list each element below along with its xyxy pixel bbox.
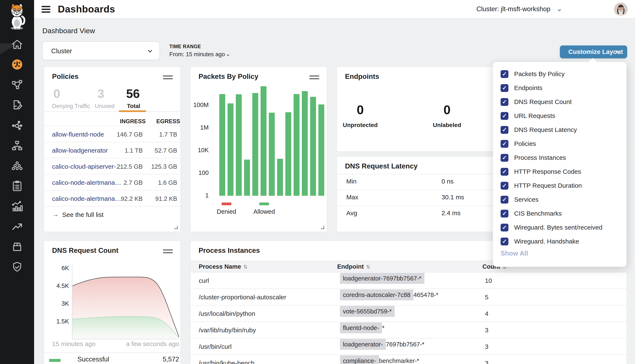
checkbox-checked-icon[interactable]: ✓: [501, 98, 508, 106]
checkbox-checked-icon[interactable]: ✓: [501, 224, 508, 232]
hamburger-menu-icon[interactable]: [42, 6, 50, 13]
section-label: Dashboard View: [42, 27, 95, 35]
endpoint-highlighted-text: fluentd-node-: [340, 322, 382, 333]
checkbox-checked-icon[interactable]: ✓: [501, 168, 508, 176]
customize-menu-item[interactable]: ✓Policies: [501, 140, 602, 148]
time-range-value[interactable]: From: 15 minutes ago: [169, 51, 228, 58]
sidebar-item-statistics[interactable]: [11, 200, 23, 213]
customize-menu-item[interactable]: ✓Endpoints: [501, 84, 602, 92]
policy-egress-value: 1.6 GB: [145, 179, 177, 186]
process-name: /var/lib/ruby/bin/ruby: [199, 326, 256, 334]
customize-menu-item[interactable]: ✓DNS Request Latency: [501, 126, 602, 134]
customize-menu-item-label: Packets By Policy: [514, 70, 564, 78]
process-row: /var/lib/ruby/bin/rubyfluentd-node-*3: [190, 322, 626, 338]
sidebar-item-image-assurance[interactable]: [11, 240, 23, 253]
checkbox-checked-icon[interactable]: ✓: [501, 70, 508, 78]
sidebar-item-security[interactable]: [11, 261, 23, 273]
policies-stat-total-value: 56: [126, 86, 140, 100]
sidebar-item-workloads[interactable]: [11, 160, 23, 172]
legend-allowed[interactable]: Allowed: [247, 202, 281, 215]
checkbox-checked-icon[interactable]: ✓: [501, 238, 508, 246]
resize-handle-icon[interactable]: [174, 226, 178, 229]
dropdown-notch: [589, 58, 597, 66]
endpoint-badge: loadgenerator-7697bb7567-*: [340, 275, 425, 282]
process-count: 3: [485, 360, 489, 364]
customize-menu-item[interactable]: ✓URL Requests: [501, 112, 602, 120]
sidebar-item-network-topology[interactable]: [11, 140, 23, 152]
cluster-switcher[interactable]: Cluster: jlt-msft-workshop: [477, 5, 560, 13]
policies-stat-denying-value: 0: [53, 86, 60, 100]
policies-table: allow-fluentd-node146.7 GB1.7 TBallow-lo…: [44, 126, 180, 206]
sidebar-item-compliance-reports[interactable]: [11, 180, 23, 192]
customize-menu-item[interactable]: ✓HTTP Response Codes: [501, 168, 602, 176]
unlabeled-label: Unlabeled: [424, 122, 470, 128]
customize-menu-item[interactable]: ✓Services: [501, 196, 602, 204]
sidebar-item-network-policies[interactable]: [11, 78, 23, 91]
sidebar-item-service-graph[interactable]: [11, 119, 23, 132]
checkbox-checked-icon[interactable]: ✓: [501, 182, 508, 190]
y-tick-label: 3K: [47, 300, 69, 307]
customize-menu-item[interactable]: ✓Wireguard. Handshake: [501, 238, 602, 246]
policy-egress-value: 91.2 KB: [145, 195, 177, 202]
unprotected-label: Unprotected: [337, 122, 383, 128]
packets-card-title: Packets By Policy: [198, 72, 259, 80]
sidebar-item-policy-recommendation[interactable]: [11, 99, 23, 111]
customize-menu-item[interactable]: ✓CIS Benchmarks: [501, 210, 602, 218]
y-tick-label: 1: [190, 192, 209, 199]
y-tick-label: 1.5K: [47, 318, 69, 325]
document-edit-icon: [11, 99, 23, 111]
customize-layout-button-label: Customize Layout: [568, 48, 623, 56]
see-full-list-link[interactable]: See the full list: [62, 211, 104, 218]
checkbox-checked-icon[interactable]: ✓: [501, 154, 508, 162]
endpoint-badge: coredns-autoscaler-7c88465478-*: [340, 292, 438, 298]
trend-arrow-icon: [11, 220, 23, 233]
y-tick-label: 100: [190, 169, 209, 176]
packets-bar-allowed: [261, 86, 267, 196]
legend-denied[interactable]: Denied: [209, 202, 244, 215]
allowed-swatch-icon: [259, 202, 269, 205]
checkbox-checked-icon[interactable]: ✓: [501, 126, 508, 134]
packets-bar-allowed: [228, 103, 234, 196]
col-endpoint[interactable]: Endpoint⇅: [337, 263, 370, 270]
customize-menu-item[interactable]: ✓Process Instances: [501, 154, 602, 162]
packets-by-policy-card: Packets By Policy 100M1M10K1001 Denied A…: [190, 67, 327, 232]
show-all-link[interactable]: Show All: [501, 250, 528, 257]
customize-layout-button[interactable]: Customize Layout: [560, 46, 627, 58]
customize-menu-item[interactable]: ✓DNS Request Count: [501, 98, 602, 106]
app-root: Dashboards Cluster: jlt-msft-workshop Da…: [0, 0, 635, 364]
checkbox-checked-icon[interactable]: ✓: [501, 112, 508, 120]
packets-bar-allowed: [236, 94, 242, 196]
drag-handle-icon[interactable]: [163, 250, 173, 253]
user-avatar[interactable]: [614, 2, 627, 16]
latency-avg-label: Avg: [346, 210, 357, 217]
y-tick-label: 1M: [190, 124, 209, 131]
home-icon: [11, 38, 23, 50]
endpoint-rest-text: 7697bb7567-*: [386, 339, 425, 350]
dashboard-view-select[interactable]: Cluster: [42, 42, 160, 60]
customize-menu-item-label: Process Instances: [514, 154, 566, 161]
customize-menu-item[interactable]: ✓HTTP Request Duration: [501, 182, 602, 190]
process-count: 10: [485, 277, 492, 284]
col-process-name[interactable]: Process Name⇅: [199, 263, 248, 270]
policy-name-link[interactable]: allow-fluentd-node: [52, 131, 104, 138]
resize-handle-icon[interactable]: [321, 226, 324, 229]
policies-stat-total-label[interactable]: Total: [127, 103, 140, 110]
divider: [44, 352, 180, 353]
process-name: curl: [199, 277, 209, 284]
sidebar-item-dashboards-active[interactable]: [11, 58, 23, 70]
policies-stat-unused-label[interactable]: Unused: [95, 103, 115, 110]
checkbox-checked-icon[interactable]: ✓: [501, 196, 508, 204]
customize-menu-item[interactable]: ✓Wireguard. Bytes sent/received: [501, 224, 602, 232]
drag-handle-icon[interactable]: [309, 76, 319, 79]
unlabeled-value: 0: [424, 102, 470, 117]
customize-menu-item[interactable]: ✓Packets By Policy: [501, 70, 602, 78]
sidebar-item-threat-trends[interactable]: [11, 220, 23, 233]
checkbox-checked-icon[interactable]: ✓: [501, 210, 508, 218]
policy-row: allow-loadgenerator1.1 TB52.7 GB: [44, 142, 180, 158]
sidebar-item-home[interactable]: [11, 38, 23, 50]
checkbox-checked-icon[interactable]: ✓: [501, 84, 508, 92]
policies-stat-denying-label[interactable]: Denying Traffic: [52, 103, 90, 110]
checkbox-checked-icon[interactable]: ✓: [501, 140, 508, 148]
drag-handle-icon[interactable]: [163, 76, 173, 79]
policy-name-link[interactable]: allow-loadgenerator: [52, 147, 108, 154]
